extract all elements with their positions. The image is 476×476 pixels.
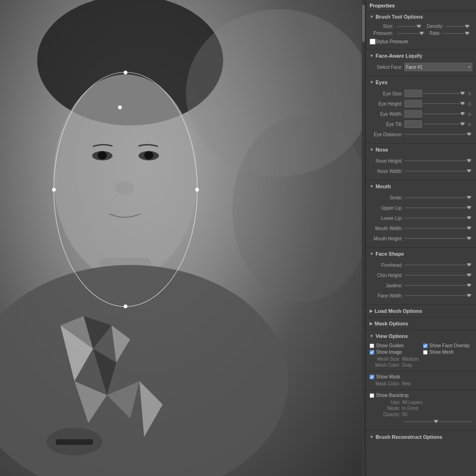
face-width-slider[interactable] — [404, 295, 472, 296]
opacity-slider[interactable] — [404, 421, 472, 422]
eyes-header[interactable]: ▼ Eyes — [366, 77, 476, 87]
face-shape-label: Face Shape — [376, 251, 404, 257]
nose-width-slider[interactable] — [404, 171, 472, 172]
eye-width-slider-container — [423, 110, 466, 118]
opacity-thumb[interactable] — [434, 420, 438, 423]
rate-slider[interactable] — [443, 33, 470, 34]
select-face-dropdown[interactable]: Face #1 — [404, 63, 472, 71]
rate-slider-thumb[interactable] — [465, 32, 469, 35]
density-slider-thumb[interactable] — [465, 25, 469, 28]
eye-distance-thumb[interactable] — [467, 133, 471, 136]
panel-scrollbar[interactable] — [362, 0, 365, 476]
jawline-slider[interactable] — [404, 285, 472, 286]
upper-lip-slider[interactable] — [404, 207, 472, 208]
svg-point-1 — [53, 74, 198, 279]
forehead-label: Forehead: — [370, 263, 404, 268]
smile-slider[interactable] — [404, 197, 472, 198]
lower-lip-slider[interactable] — [404, 218, 472, 218]
mouth-width-slider[interactable] — [404, 228, 472, 229]
eye-tilt-thumb[interactable] — [460, 123, 465, 126]
show-image-checkbox[interactable] — [370, 350, 374, 355]
mask-options-header[interactable]: ▶ Mask Options — [366, 318, 476, 329]
eye-height-link-icon[interactable]: ⊙ — [467, 101, 472, 106]
eye-height-thumb[interactable] — [460, 102, 465, 106]
mesh-size-label: Mesh Size: — [370, 357, 402, 362]
eyes-label: Eyes — [376, 79, 388, 85]
eye-width-label: Eye Width: — [370, 112, 404, 117]
forehead-thumb[interactable] — [467, 264, 471, 267]
select-face-wrapper[interactable]: Face #1 — [404, 63, 472, 71]
density-slider[interactable] — [445, 26, 470, 27]
show-face-overlay-label: Show Face Overlay — [430, 343, 470, 348]
eye-height-input[interactable]: 0 — [404, 100, 422, 107]
pressure-slider[interactable] — [397, 33, 425, 34]
nose-height-thumb[interactable] — [467, 159, 471, 163]
nose-label: Nose — [376, 147, 388, 152]
show-guides-checkbox[interactable] — [370, 344, 374, 348]
face-aware-liquify-arrow: ▼ — [370, 53, 374, 58]
nose-height-label: Nose Height: — [370, 159, 404, 164]
forehead-slider[interactable] — [404, 264, 472, 265]
view-options-row1: Show Guides Show Face Overlay — [370, 343, 472, 350]
face-width-thumb[interactable] — [467, 294, 471, 298]
mouth-height-slider[interactable] — [404, 238, 472, 239]
eye-size-thumb[interactable] — [460, 92, 465, 95]
svg-point-20 — [115, 181, 134, 195]
scrollbar-thumb[interactable] — [362, 5, 365, 42]
eye-distance-slider[interactable] — [404, 134, 472, 135]
brush-tool-options-header[interactable]: ▼ Brush Tool Options — [366, 12, 476, 22]
chin-height-thumb[interactable] — [467, 274, 471, 277]
show-mesh-checkbox[interactable] — [423, 350, 428, 355]
show-mask-checkbox[interactable] — [370, 375, 374, 379]
face-aware-liquify-header[interactable]: ▼ Face-Aware Liquify — [366, 51, 476, 61]
mouth-width-thumb[interactable] — [467, 227, 471, 230]
show-mask-section: Show Mask Mask Color: Red — [366, 372, 476, 389]
pressure-row: Pressure: Rate: — [370, 31, 472, 36]
opacity-slider-container — [404, 418, 472, 425]
jawline-thumb[interactable] — [467, 284, 471, 287]
face-width-label: Face Width: — [370, 293, 404, 298]
eye-tilt-input[interactable]: 0 — [404, 120, 422, 128]
stylus-pressure-checkbox[interactable] — [370, 39, 376, 45]
face-aware-liquify-label: Face-Aware Liquify — [376, 53, 423, 59]
stylus-pressure-row: Stylus Pressure — [370, 38, 472, 46]
eye-width-slider[interactable] — [423, 113, 466, 114]
upper-lip-slider-container — [404, 204, 472, 212]
mouth-height-thumb[interactable] — [467, 237, 471, 240]
load-mesh-options-header[interactable]: ▶ Load Mesh Options — [366, 306, 476, 316]
upper-lip-thumb[interactable] — [467, 206, 471, 210]
eye-tilt-link-icon[interactable]: ⊙ — [467, 121, 472, 127]
pressure-slider-thumb[interactable] — [419, 32, 424, 35]
eye-height-slider[interactable] — [423, 103, 466, 104]
eye-width-link-icon[interactable]: ⊙ — [467, 111, 472, 117]
size-slider-thumb[interactable] — [416, 25, 421, 28]
face-shape-arrow: ▼ — [370, 251, 374, 256]
brush-reconstruct-header[interactable]: ▼ Brush Reconstruct Options — [366, 432, 476, 442]
eye-size-input[interactable]: 0 — [404, 90, 422, 97]
eyes-arrow: ▼ — [370, 80, 374, 85]
eye-width-thumb[interactable] — [460, 112, 465, 116]
size-label: Size: — [370, 24, 395, 29]
smile-thumb[interactable] — [467, 196, 471, 199]
show-backdrop-checkbox[interactable] — [370, 393, 374, 398]
chin-height-slider[interactable] — [404, 275, 472, 276]
mouth-header[interactable]: ▼ Mouth — [366, 181, 476, 192]
size-slider[interactable] — [397, 26, 422, 27]
eye-width-input[interactable]: 0 — [404, 110, 422, 118]
canvas-area[interactable] — [0, 0, 362, 476]
view-options-header[interactable]: ▼ View Options — [366, 331, 476, 341]
nose-height-slider[interactable] — [404, 160, 472, 161]
face-shape-header[interactable]: ▼ Face Shape — [366, 249, 476, 259]
upper-lip-row: Upper Lip: — [370, 204, 472, 212]
eye-tilt-slider[interactable] — [423, 124, 466, 125]
eye-size-slider[interactable] — [423, 93, 466, 94]
nose-header[interactable]: ▼ Nose — [366, 145, 476, 155]
face-width-slider-container — [404, 292, 472, 299]
eye-size-link-icon[interactable]: ⊙ — [467, 91, 472, 96]
nose-width-thumb[interactable] — [467, 170, 471, 173]
lower-lip-thumb[interactable] — [467, 217, 471, 220]
jawline-row: Jawline: — [370, 281, 472, 290]
show-face-overlay-checkbox[interactable] — [423, 344, 428, 348]
mouth-width-label: Mouth Width: — [370, 226, 404, 231]
use-value: All Layers — [402, 400, 423, 405]
